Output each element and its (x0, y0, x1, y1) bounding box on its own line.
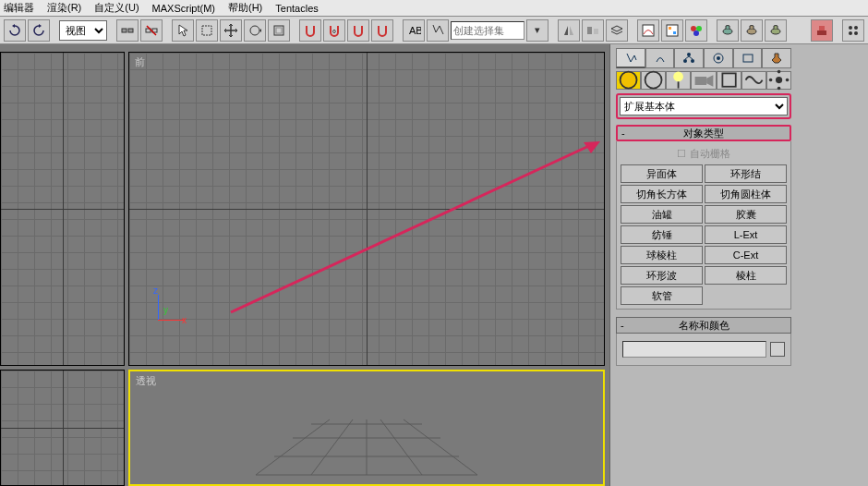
cat-helpers[interactable] (717, 71, 741, 90)
svg-point-54 (778, 87, 781, 91)
angle-snap-toggle[interactable]: ° (323, 19, 345, 42)
object-name-input[interactable] (622, 341, 766, 358)
redo-button[interactable] (28, 19, 50, 42)
tab-motion[interactable] (704, 48, 733, 68)
selection-set-input[interactable] (451, 21, 524, 40)
svg-rect-49 (695, 77, 707, 85)
svg-point-21 (747, 29, 756, 34)
extra-button[interactable] (842, 19, 864, 42)
btn-chamfer-box[interactable]: 切角长方体 (621, 185, 703, 203)
perspective-grid (200, 383, 533, 484)
cat-geometry[interactable] (616, 71, 641, 90)
menu-customize[interactable]: 自定义(U) (94, 1, 139, 15)
btn-hedra[interactable]: 异面体 (621, 164, 703, 183)
tab-hierarchy[interactable] (674, 48, 704, 68)
viewport-left[interactable] (0, 370, 125, 486)
btn-c-ext[interactable]: C-Ext (705, 246, 787, 264)
undo-button[interactable] (4, 19, 26, 42)
svg-point-40 (687, 53, 691, 56)
menu-editor[interactable]: 编辑器 (4, 1, 34, 15)
svg-rect-5 (202, 26, 211, 35)
cat-shapes[interactable] (641, 71, 666, 90)
svg-point-48 (673, 72, 683, 82)
selection-set-dropdown[interactable]: ▾ (526, 19, 549, 42)
axis-gizmo: z x y (151, 291, 187, 328)
link-button[interactable] (116, 19, 139, 42)
btn-oil-tank[interactable]: 油罐 (621, 205, 703, 224)
curve-editor-button[interactable] (637, 19, 659, 42)
select-rect-button[interactable] (196, 19, 218, 42)
svg-line-37 (404, 419, 477, 475)
cat-systems[interactable] (766, 71, 791, 90)
svg-line-36 (380, 419, 422, 475)
svg-point-6 (250, 26, 259, 35)
material-editor-button[interactable] (685, 19, 707, 42)
svg-point-19 (693, 30, 699, 36)
menu-tentacles[interactable]: Tentacles (275, 3, 318, 14)
svg-point-22 (771, 29, 780, 34)
select-scale-button[interactable] (268, 19, 290, 42)
svg-rect-12 (594, 29, 598, 34)
render-setup-button[interactable] (717, 19, 739, 42)
named-selection-button[interactable]: ABC (403, 19, 425, 42)
select-move-button[interactable] (220, 19, 242, 42)
select-button[interactable] (172, 19, 194, 42)
snap-toggle[interactable] (299, 19, 321, 42)
render-frame-button[interactable] (741, 19, 763, 42)
object-color-swatch[interactable] (770, 342, 785, 357)
btn-hose[interactable]: 软管 (621, 286, 703, 305)
reactor-button[interactable] (811, 19, 833, 42)
btn-torus-knot[interactable]: 环形结 (705, 164, 787, 183)
align-button[interactable] (582, 19, 604, 42)
btn-spindle[interactable]: 纺锤 (621, 225, 703, 244)
svg-text:ABC: ABC (409, 25, 421, 36)
svg-rect-23 (817, 30, 826, 35)
btn-l-ext[interactable]: L-Ext (705, 225, 787, 244)
menu-render[interactable]: 渲染(R) (47, 1, 81, 15)
tab-display[interactable] (733, 48, 763, 68)
unlink-button[interactable] (140, 19, 163, 42)
main-toolbar: 视图 ° ABC ▾ (0, 17, 868, 44)
tab-create[interactable] (616, 48, 645, 68)
percent-snap-toggle[interactable] (347, 19, 369, 42)
btn-ring-wave[interactable]: 环形波 (621, 266, 703, 285)
btn-capsule[interactable]: 胶囊 (705, 205, 787, 224)
subtype-dropdown[interactable]: 扩展基本体 (620, 97, 788, 115)
menu-help[interactable]: 帮助(H) (228, 1, 262, 15)
selection-filter-button[interactable] (427, 19, 449, 42)
svg-point-47 (645, 72, 662, 89)
svg-rect-45 (743, 55, 753, 62)
rollout-object-type-body: ☐ 自动栅格 异面体 环形结 切角长方体 切角圆柱体 油罐 胶囊 纺锤 L-Ex… (616, 141, 791, 310)
cat-lights[interactable] (666, 71, 691, 90)
quick-render-button[interactable] (765, 19, 787, 42)
svg-point-41 (683, 59, 687, 63)
rollout-name-color-header[interactable]: - 名称和颜色 (616, 317, 791, 334)
svg-point-27 (849, 31, 852, 35)
viewport-perspective[interactable]: 透视 (128, 370, 605, 486)
select-rotate-button[interactable] (244, 19, 266, 42)
command-panel: 扩展基本体 - 对象类型 ☐ 自动栅格 异面体 环形结 切角长方体 切角圆柱体 … (609, 44, 868, 486)
svg-rect-14 (667, 25, 678, 36)
rollout-object-type-header[interactable]: - 对象类型 (616, 125, 791, 141)
tab-modify[interactable] (645, 48, 675, 68)
btn-prism[interactable]: 棱柱 (705, 266, 787, 285)
command-panel-tabs (616, 48, 791, 68)
menu-maxscript[interactable]: MAXScript(M) (152, 3, 215, 14)
btn-gengon[interactable]: 球棱柱 (621, 246, 703, 264)
spinner-snap-toggle[interactable] (371, 19, 393, 42)
cat-spacewarps[interactable] (741, 71, 766, 90)
schematic-view-button[interactable] (661, 19, 683, 42)
viewport-front[interactable]: 前 z x y (128, 52, 605, 366)
svg-line-34 (311, 419, 353, 475)
svg-point-52 (778, 70, 781, 74)
layer-button[interactable] (606, 19, 628, 42)
svg-rect-11 (587, 27, 592, 34)
view-dropdown[interactable]: 视图 (59, 20, 107, 41)
tab-utilities[interactable] (762, 48, 791, 68)
auto-grid-checkbox[interactable]: ☐ 自动栅格 (621, 145, 787, 164)
cat-cameras[interactable] (691, 71, 716, 90)
viewport-top[interactable] (0, 52, 125, 366)
btn-chamfer-cyl[interactable]: 切角圆柱体 (705, 185, 787, 203)
subtype-dropdown-highlight: 扩展基本体 (616, 93, 791, 119)
mirror-button[interactable] (558, 19, 580, 42)
